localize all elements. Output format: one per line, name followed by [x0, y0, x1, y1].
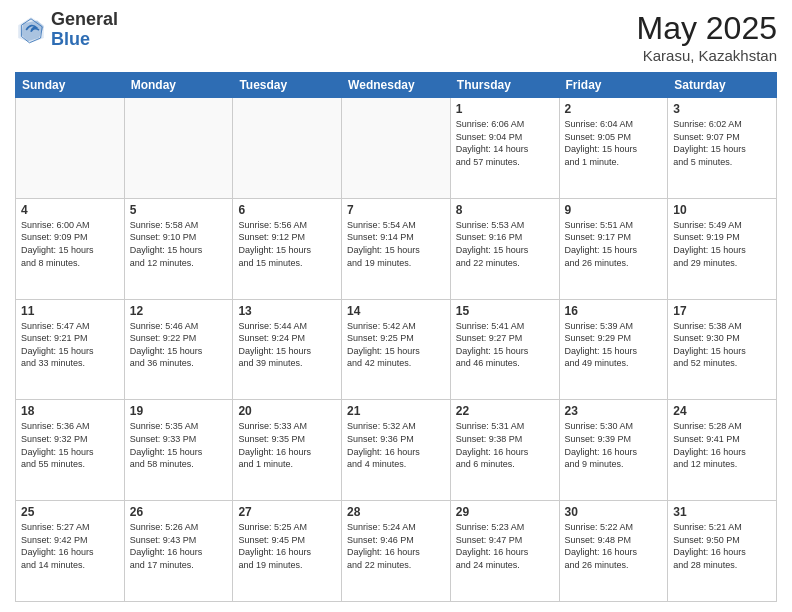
day-number: 4 — [21, 203, 119, 217]
day-cell-21: 21Sunrise: 5:32 AM Sunset: 9:36 PM Dayli… — [342, 400, 451, 501]
day-cell-5: 5Sunrise: 5:58 AM Sunset: 9:10 PM Daylig… — [124, 198, 233, 299]
day-info: Sunrise: 5:51 AM Sunset: 9:17 PM Dayligh… — [565, 219, 663, 269]
day-number: 15 — [456, 304, 554, 318]
empty-cell — [233, 98, 342, 199]
day-number: 2 — [565, 102, 663, 116]
day-cell-13: 13Sunrise: 5:44 AM Sunset: 9:24 PM Dayli… — [233, 299, 342, 400]
day-number: 20 — [238, 404, 336, 418]
day-cell-22: 22Sunrise: 5:31 AM Sunset: 9:38 PM Dayli… — [450, 400, 559, 501]
calendar-header-row: SundayMondayTuesdayWednesdayThursdayFrid… — [16, 73, 777, 98]
day-cell-7: 7Sunrise: 5:54 AM Sunset: 9:14 PM Daylig… — [342, 198, 451, 299]
day-cell-12: 12Sunrise: 5:46 AM Sunset: 9:22 PM Dayli… — [124, 299, 233, 400]
day-cell-10: 10Sunrise: 5:49 AM Sunset: 9:19 PM Dayli… — [668, 198, 777, 299]
empty-cell — [124, 98, 233, 199]
day-info: Sunrise: 5:41 AM Sunset: 9:27 PM Dayligh… — [456, 320, 554, 370]
day-info: Sunrise: 5:44 AM Sunset: 9:24 PM Dayligh… — [238, 320, 336, 370]
day-cell-17: 17Sunrise: 5:38 AM Sunset: 9:30 PM Dayli… — [668, 299, 777, 400]
day-number: 22 — [456, 404, 554, 418]
day-info: Sunrise: 5:47 AM Sunset: 9:21 PM Dayligh… — [21, 320, 119, 370]
day-number: 14 — [347, 304, 445, 318]
day-number: 21 — [347, 404, 445, 418]
day-cell-6: 6Sunrise: 5:56 AM Sunset: 9:12 PM Daylig… — [233, 198, 342, 299]
day-info: Sunrise: 6:02 AM Sunset: 9:07 PM Dayligh… — [673, 118, 771, 168]
week-row-4: 18Sunrise: 5:36 AM Sunset: 9:32 PM Dayli… — [16, 400, 777, 501]
day-number: 13 — [238, 304, 336, 318]
logo-icon — [15, 14, 47, 46]
week-row-1: 1Sunrise: 6:06 AM Sunset: 9:04 PM Daylig… — [16, 98, 777, 199]
day-number: 10 — [673, 203, 771, 217]
day-number: 6 — [238, 203, 336, 217]
day-number: 19 — [130, 404, 228, 418]
day-cell-27: 27Sunrise: 5:25 AM Sunset: 9:45 PM Dayli… — [233, 501, 342, 602]
day-number: 11 — [21, 304, 119, 318]
day-info: Sunrise: 5:26 AM Sunset: 9:43 PM Dayligh… — [130, 521, 228, 571]
day-number: 31 — [673, 505, 771, 519]
day-number: 25 — [21, 505, 119, 519]
title-block: May 2025 Karasu, Kazakhstan — [636, 10, 777, 64]
day-number: 3 — [673, 102, 771, 116]
day-info: Sunrise: 5:58 AM Sunset: 9:10 PM Dayligh… — [130, 219, 228, 269]
day-info: Sunrise: 5:36 AM Sunset: 9:32 PM Dayligh… — [21, 420, 119, 470]
day-info: Sunrise: 5:27 AM Sunset: 9:42 PM Dayligh… — [21, 521, 119, 571]
col-header-saturday: Saturday — [668, 73, 777, 98]
col-header-wednesday: Wednesday — [342, 73, 451, 98]
day-info: Sunrise: 5:28 AM Sunset: 9:41 PM Dayligh… — [673, 420, 771, 470]
day-info: Sunrise: 5:54 AM Sunset: 9:14 PM Dayligh… — [347, 219, 445, 269]
day-info: Sunrise: 6:04 AM Sunset: 9:05 PM Dayligh… — [565, 118, 663, 168]
week-row-3: 11Sunrise: 5:47 AM Sunset: 9:21 PM Dayli… — [16, 299, 777, 400]
day-number: 1 — [456, 102, 554, 116]
day-info: Sunrise: 5:56 AM Sunset: 9:12 PM Dayligh… — [238, 219, 336, 269]
day-cell-4: 4Sunrise: 6:00 AM Sunset: 9:09 PM Daylig… — [16, 198, 125, 299]
day-cell-14: 14Sunrise: 5:42 AM Sunset: 9:25 PM Dayli… — [342, 299, 451, 400]
day-info: Sunrise: 5:35 AM Sunset: 9:33 PM Dayligh… — [130, 420, 228, 470]
day-cell-24: 24Sunrise: 5:28 AM Sunset: 9:41 PM Dayli… — [668, 400, 777, 501]
day-number: 5 — [130, 203, 228, 217]
day-info: Sunrise: 5:32 AM Sunset: 9:36 PM Dayligh… — [347, 420, 445, 470]
day-cell-8: 8Sunrise: 5:53 AM Sunset: 9:16 PM Daylig… — [450, 198, 559, 299]
col-header-thursday: Thursday — [450, 73, 559, 98]
subtitle: Karasu, Kazakhstan — [636, 47, 777, 64]
logo-general: General — [51, 10, 118, 30]
logo: General Blue — [15, 10, 118, 50]
col-header-monday: Monday — [124, 73, 233, 98]
day-number: 30 — [565, 505, 663, 519]
day-cell-25: 25Sunrise: 5:27 AM Sunset: 9:42 PM Dayli… — [16, 501, 125, 602]
day-cell-30: 30Sunrise: 5:22 AM Sunset: 9:48 PM Dayli… — [559, 501, 668, 602]
day-info: Sunrise: 5:53 AM Sunset: 9:16 PM Dayligh… — [456, 219, 554, 269]
day-number: 16 — [565, 304, 663, 318]
day-cell-31: 31Sunrise: 5:21 AM Sunset: 9:50 PM Dayli… — [668, 501, 777, 602]
week-row-5: 25Sunrise: 5:27 AM Sunset: 9:42 PM Dayli… — [16, 501, 777, 602]
col-header-friday: Friday — [559, 73, 668, 98]
day-number: 28 — [347, 505, 445, 519]
day-info: Sunrise: 5:39 AM Sunset: 9:29 PM Dayligh… — [565, 320, 663, 370]
logo-blue: Blue — [51, 30, 118, 50]
day-cell-1: 1Sunrise: 6:06 AM Sunset: 9:04 PM Daylig… — [450, 98, 559, 199]
day-cell-19: 19Sunrise: 5:35 AM Sunset: 9:33 PM Dayli… — [124, 400, 233, 501]
calendar: SundayMondayTuesdayWednesdayThursdayFrid… — [15, 72, 777, 602]
day-cell-18: 18Sunrise: 5:36 AM Sunset: 9:32 PM Dayli… — [16, 400, 125, 501]
day-number: 26 — [130, 505, 228, 519]
day-number: 12 — [130, 304, 228, 318]
day-number: 9 — [565, 203, 663, 217]
main-title: May 2025 — [636, 10, 777, 47]
col-header-sunday: Sunday — [16, 73, 125, 98]
day-cell-3: 3Sunrise: 6:02 AM Sunset: 9:07 PM Daylig… — [668, 98, 777, 199]
day-info: Sunrise: 5:38 AM Sunset: 9:30 PM Dayligh… — [673, 320, 771, 370]
day-cell-15: 15Sunrise: 5:41 AM Sunset: 9:27 PM Dayli… — [450, 299, 559, 400]
day-cell-11: 11Sunrise: 5:47 AM Sunset: 9:21 PM Dayli… — [16, 299, 125, 400]
header: General Blue May 2025 Karasu, Kazakhstan — [15, 10, 777, 64]
page: General Blue May 2025 Karasu, Kazakhstan… — [0, 0, 792, 612]
col-header-tuesday: Tuesday — [233, 73, 342, 98]
day-cell-9: 9Sunrise: 5:51 AM Sunset: 9:17 PM Daylig… — [559, 198, 668, 299]
day-number: 17 — [673, 304, 771, 318]
day-info: Sunrise: 5:23 AM Sunset: 9:47 PM Dayligh… — [456, 521, 554, 571]
day-cell-28: 28Sunrise: 5:24 AM Sunset: 9:46 PM Dayli… — [342, 501, 451, 602]
day-info: Sunrise: 5:30 AM Sunset: 9:39 PM Dayligh… — [565, 420, 663, 470]
day-info: Sunrise: 5:49 AM Sunset: 9:19 PM Dayligh… — [673, 219, 771, 269]
day-number: 27 — [238, 505, 336, 519]
day-number: 7 — [347, 203, 445, 217]
logo-text: General Blue — [51, 10, 118, 50]
day-cell-2: 2Sunrise: 6:04 AM Sunset: 9:05 PM Daylig… — [559, 98, 668, 199]
day-number: 18 — [21, 404, 119, 418]
day-info: Sunrise: 5:42 AM Sunset: 9:25 PM Dayligh… — [347, 320, 445, 370]
